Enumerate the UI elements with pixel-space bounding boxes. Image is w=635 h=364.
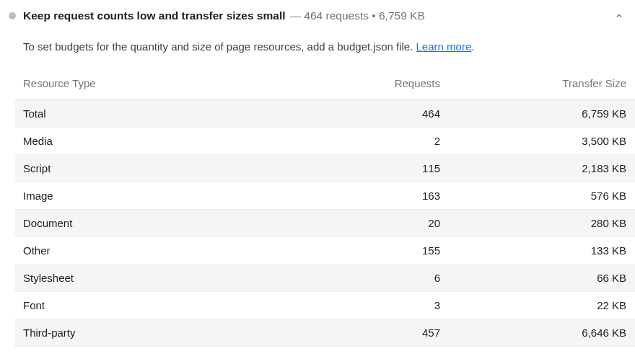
cell-size: 280 KB	[449, 209, 635, 236]
status-dot-icon	[9, 12, 16, 19]
chevron-up-icon[interactable]	[612, 9, 626, 23]
cell-type: Other	[14, 236, 294, 264]
cell-type: Script	[14, 154, 294, 182]
cell-size: 6,646 KB	[449, 319, 635, 346]
cell-size: 6,759 KB	[449, 99, 635, 127]
cell-size: 3,500 KB	[449, 127, 635, 154]
audit-summary: 464 requests • 6,759 KB	[290, 9, 425, 22]
cell-type: Image	[14, 182, 294, 209]
cell-size: 2,183 KB	[449, 154, 635, 182]
audit-description: To set budgets for the quantity and size…	[0, 26, 635, 70]
cell-size: 22 KB	[449, 291, 635, 319]
cell-type: Font	[14, 291, 294, 319]
table-row: Third-party 457 6,646 KB	[14, 319, 635, 346]
table-row: Image 163 576 KB	[14, 182, 635, 209]
cell-requests: 155	[294, 236, 449, 264]
table-row: Media 2 3,500 KB	[14, 127, 635, 154]
table-header-row: Resource Type Requests Transfer Size	[14, 70, 635, 100]
cell-requests: 163	[294, 182, 449, 209]
audit-title: Keep request counts low and transfer siz…	[23, 9, 286, 22]
header-requests: Requests	[294, 70, 449, 100]
cell-type: Document	[14, 209, 294, 236]
cell-type: Media	[14, 127, 294, 154]
table-row: Total 464 6,759 KB	[14, 99, 635, 127]
table-row: Script 115 2,183 KB	[14, 154, 635, 182]
description-period: .	[471, 40, 474, 53]
cell-requests: 6	[294, 264, 449, 291]
audit-header[interactable]: Keep request counts low and transfer siz…	[0, 9, 635, 26]
table-row: Stylesheet 6 66 KB	[14, 264, 635, 291]
cell-type: Third-party	[14, 319, 294, 346]
learn-more-link[interactable]: Learn more	[416, 40, 472, 53]
cell-type: Total	[14, 99, 294, 127]
cell-requests: 20	[294, 209, 449, 236]
table-row: Other 155 133 KB	[14, 236, 635, 264]
cell-requests: 115	[294, 154, 449, 182]
cell-size: 576 KB	[449, 182, 635, 209]
header-transfer-size: Transfer Size	[449, 70, 635, 100]
table-row: Font 3 22 KB	[14, 291, 635, 319]
table-row: Document 20 280 KB	[14, 209, 635, 236]
cell-type: Stylesheet	[14, 264, 294, 291]
description-text: To set budgets for the quantity and size…	[23, 40, 416, 53]
cell-requests: 457	[294, 319, 449, 346]
cell-requests: 464	[294, 99, 449, 127]
cell-size: 66 KB	[449, 264, 635, 291]
cell-requests: 2	[294, 127, 449, 154]
header-resource-type: Resource Type	[14, 70, 294, 100]
resource-table: Resource Type Requests Transfer Size Tot…	[14, 70, 635, 347]
table-body: Total 464 6,759 KB Media 2 3,500 KB Scri…	[14, 99, 635, 346]
cell-size: 133 KB	[449, 236, 635, 264]
cell-requests: 3	[294, 291, 449, 319]
